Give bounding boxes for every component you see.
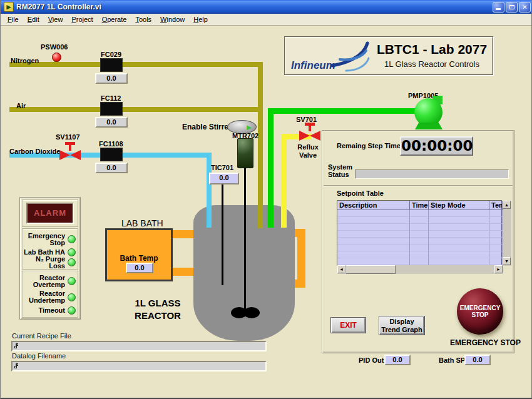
recipe-file-field[interactable] xyxy=(11,341,267,351)
bath-temp-label: Bath Temp xyxy=(107,254,171,263)
menu-help[interactable]: Help xyxy=(189,14,212,24)
scroll-down-button[interactable]: ▼ xyxy=(503,257,511,265)
labview-icon: ▶ xyxy=(4,2,14,12)
alarm-indicator: ALARM xyxy=(26,203,74,224)
remaining-step-time-label: Remaing Step Time xyxy=(337,142,401,149)
table-row xyxy=(337,251,501,258)
col-step-mode: Step Mode xyxy=(429,201,489,210)
logo-swoosh-icon xyxy=(327,38,372,74)
menu-operate[interactable]: Operate xyxy=(98,14,131,24)
reactor-overtemp-led-icon xyxy=(68,277,76,285)
temp-probe xyxy=(222,184,223,285)
alarm-display-section: ALARM xyxy=(22,200,78,227)
air-label: Air xyxy=(16,102,26,109)
timeout-led-icon xyxy=(68,306,76,315)
system-status-label: System Status xyxy=(328,163,352,178)
menu-edit[interactable]: Edit xyxy=(23,14,44,24)
lab-bath-ha-led-icon xyxy=(68,248,76,256)
table-row xyxy=(337,231,501,238)
table-row xyxy=(337,238,501,245)
mtr702-motor xyxy=(237,138,253,168)
nitrogen-pipe xyxy=(9,62,263,67)
restore-button[interactable] xyxy=(506,2,518,13)
emergency-stop-button[interactable]: EMERGENCY STOP xyxy=(457,288,503,335)
table-vscrollbar[interactable] xyxy=(503,201,511,266)
scroll-right-button[interactable]: ► xyxy=(494,265,503,273)
menu-window[interactable]: Window xyxy=(156,14,189,24)
led-label: Reactor Overtemp xyxy=(26,275,65,288)
sv1107-valve xyxy=(59,142,81,160)
pmp1005-pump xyxy=(414,98,442,126)
setpoint-table: Description Time Step Mode Tem xyxy=(337,200,502,266)
exit-button[interactable]: EXIT xyxy=(330,317,366,333)
pid-out-label: PID Out xyxy=(359,356,384,364)
reflux-pipe-vertical xyxy=(281,134,287,228)
menu-file[interactable]: File xyxy=(3,14,23,24)
orange-jacket-return-pipe xyxy=(171,268,196,276)
menu-view[interactable]: View xyxy=(44,14,68,24)
propeller-blade-right xyxy=(243,307,260,318)
tic701-label: TIC701 xyxy=(211,164,233,171)
orange-jacket-supply-pipe xyxy=(171,230,196,238)
fc1108-label: FC1108 xyxy=(99,140,123,148)
scroll-left-button[interactable]: ◄ xyxy=(337,265,345,273)
minimize-icon xyxy=(496,8,501,10)
valve-right-icon xyxy=(310,131,320,141)
co2-label: Carbon Dioxide xyxy=(9,148,60,155)
fc029-label: FC029 xyxy=(101,51,121,58)
led-row: Timeout xyxy=(23,305,78,316)
setpoint-table-header: Description Time Step Mode Tem xyxy=(337,201,501,210)
emergency-stop-caption: EMERGENCY STOP xyxy=(450,338,521,347)
window-title: RM2077 1L Controller.vi xyxy=(16,3,101,11)
valve-right-icon xyxy=(70,150,81,160)
n2-purge-loss-led-icon xyxy=(68,258,76,266)
bath-temp-display: 0.0 xyxy=(126,263,153,273)
col-time: Time xyxy=(410,201,429,210)
alarm-led-section-1: Emergency Stop Lab Bath HA N₂ Purge Loss xyxy=(22,228,78,270)
restore-icon xyxy=(509,5,514,9)
scroll-up-button[interactable]: ▲ xyxy=(503,201,511,209)
scroll-up-icon: ▲ xyxy=(504,203,509,207)
sv1107-label: SV1107 xyxy=(56,133,80,141)
valve-left-icon xyxy=(59,150,70,160)
path-icon xyxy=(14,343,19,349)
menu-tools[interactable]: Tools xyxy=(131,14,156,24)
sv701-valve xyxy=(299,123,320,141)
close-button[interactable]: ✕ xyxy=(519,2,531,13)
lab-bath-title: LAB BATH xyxy=(121,218,163,228)
fc029-display: 0.0 xyxy=(95,73,128,84)
col-description: Description xyxy=(337,201,410,210)
table-row xyxy=(337,217,501,224)
enable-stirrer-label: Enable Stirrer xyxy=(182,123,232,131)
fc029-controller xyxy=(100,58,123,72)
reactor-caption: 1L GLASS REACTOR xyxy=(121,297,195,322)
table-row xyxy=(337,210,501,217)
led-row: Reactor Undertemp xyxy=(23,289,78,305)
facility-title: LBTC1 - Lab 2077 xyxy=(374,42,490,57)
minimize-button[interactable] xyxy=(493,2,504,13)
datalog-filename-field[interactable] xyxy=(11,361,267,371)
fc112-controller xyxy=(100,102,123,116)
menu-project[interactable]: Project xyxy=(67,14,97,24)
facility-subtitle: 1L Glass Reactor Controls xyxy=(374,59,490,69)
hscroll-thumb[interactable] xyxy=(345,265,396,274)
path-icon xyxy=(14,363,19,369)
table-row xyxy=(337,224,501,231)
reactor-undertemp-led-icon xyxy=(68,293,76,301)
display-trend-graph-button[interactable]: Display Trend Graph xyxy=(379,316,425,335)
nitrogen-label: Nitrogen xyxy=(11,57,39,64)
stirrer-arrow-icon: ▶ xyxy=(247,124,252,131)
psw006-label: PSW006 xyxy=(41,43,68,51)
fc112-label: FC112 xyxy=(101,94,121,102)
led-label: N₂ Purge Loss xyxy=(23,256,65,270)
tic701-display: 0.0 xyxy=(209,173,239,184)
bath-sp-display: 0.0 xyxy=(464,355,491,365)
scroll-right-icon: ► xyxy=(496,267,501,271)
title-bar[interactable]: ▶ RM2077 1L Controller.vi ✕ xyxy=(1,0,532,14)
setpoint-table-label: Setpoint Table xyxy=(337,189,384,197)
air-pipe xyxy=(9,107,258,112)
table-row xyxy=(337,245,501,251)
app-window: ▶ RM2077 1L Controller.vi ✕ File Edit Vi… xyxy=(0,0,532,399)
table-row xyxy=(337,258,501,265)
fc1108-display: 0.0 xyxy=(95,163,128,173)
